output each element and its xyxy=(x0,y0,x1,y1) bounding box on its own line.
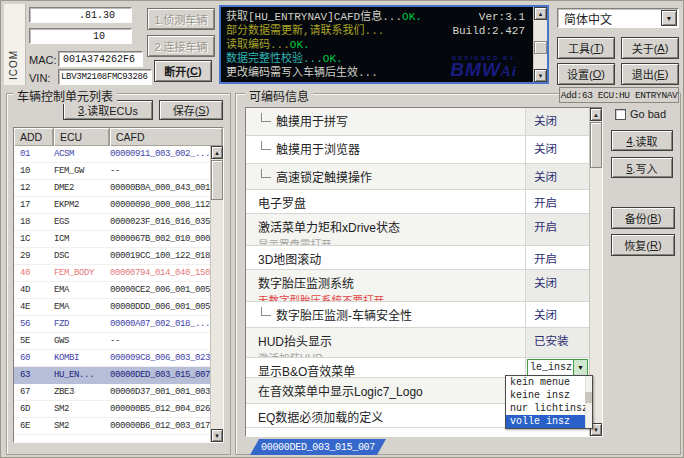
go-bad-checkbox[interactable]: Go bad xyxy=(615,108,666,120)
bmw-watermark: DESIGNED BY BMWAi xyxy=(450,55,517,80)
table-row[interactable]: 5EGWS-- xyxy=(14,333,210,350)
scrollbar-thumb[interactable] xyxy=(590,122,602,168)
cell-cafd: -- xyxy=(110,336,210,346)
coding-row[interactable]: 数字胎压监测系统无数字型胎压系统不要打开关闭 xyxy=(246,270,589,302)
coding-row[interactable]: 数字胎压监测-车辆安全性关闭 xyxy=(246,302,589,328)
about-button[interactable]: 关于(A) xyxy=(621,37,679,59)
tools-button[interactable]: 工具(T) xyxy=(557,37,615,59)
combobox-arrow-icon[interactable]: ▼ xyxy=(573,360,587,375)
column-header-cafd[interactable]: CAFD xyxy=(110,128,223,146)
ecu-table-header: ADD ECU CAFD xyxy=(14,128,223,146)
scroll-up-icon[interactable]: ▲ xyxy=(590,108,602,121)
write-coding-button[interactable]: 5.写入 xyxy=(611,157,673,178)
coding-value: 开启 xyxy=(534,197,557,209)
coding-name-cell: 在音效菜单中显示Logic7_Logo xyxy=(246,378,525,403)
dropdown-options: kein menuekeine insznur lichtinszvolle i… xyxy=(506,376,592,428)
scrollbar-thumb[interactable] xyxy=(534,41,547,54)
coding-row[interactable]: HUD抬头显示激活加装HUD已安装 xyxy=(246,328,589,358)
coding-title: 可编码信息 xyxy=(245,87,313,104)
scrollbar-thumb[interactable] xyxy=(585,392,592,403)
table-row[interactable]: 18EGS0000023F_016_016_035 xyxy=(14,214,210,231)
watermark-suffix: Ai xyxy=(501,63,517,79)
coding-name-cell: EQ数据必须加载的定义 xyxy=(246,404,525,427)
port-field[interactable] xyxy=(29,28,132,44)
ip-field[interactable] xyxy=(29,7,132,23)
restore-button[interactable]: 恢复(R) xyxy=(611,234,675,256)
dropdown-scrollbar[interactable] xyxy=(585,376,592,428)
table-row[interactable]: 56FZD00000A07_002_018_... xyxy=(14,316,210,333)
table-row[interactable]: 6ESM2000000B6_012_003_017 xyxy=(14,418,210,435)
cell-ecu: ICM xyxy=(54,234,110,244)
table-row[interactable]: 4DEMA00000CE2_006_001_005 xyxy=(14,282,210,299)
save-button[interactable]: 保存(S) xyxy=(159,100,223,120)
backup-button[interactable]: 备份(B) xyxy=(611,207,675,229)
table-row[interactable]: 63HU_EN...00000DED_003_015_007 xyxy=(14,367,210,384)
coding-value: 关闭 xyxy=(534,115,557,127)
bo-menu-combobox[interactable]: le_insz▼ xyxy=(527,359,588,376)
exit-button[interactable]: 退出(E) xyxy=(621,63,679,85)
ecu-list-title: 车辆控制单元列表 xyxy=(13,87,117,104)
console-ok-text: OK. xyxy=(290,39,310,51)
cell-cafd: 00000DED_003_015_007 xyxy=(110,370,210,380)
language-select[interactable]: 简体中文 ▼ xyxy=(557,8,679,28)
vin-field[interactable] xyxy=(58,69,152,85)
table-row[interactable]: 10FEM_GW-- xyxy=(14,163,210,180)
checkbox-icon[interactable] xyxy=(615,109,626,120)
cell-add: 18 xyxy=(14,217,54,227)
cell-add: 60 xyxy=(14,353,54,363)
table-row[interactable]: 67ZBE300000D37_001_001_003 xyxy=(14,384,210,401)
table-row[interactable]: 29DSC000019CC_100_122_018 xyxy=(14,248,210,265)
coding-value-cell: 关闭 xyxy=(525,108,589,135)
table-row[interactable]: 60KOMBI000009C8_006_003_023 xyxy=(14,350,210,367)
table-row[interactable]: 6DSM2000000B5_012_004_026 xyxy=(14,401,210,418)
read-coding-button[interactable]: 4.读取 xyxy=(611,130,673,151)
table-row[interactable]: 4EEMA00000DDD_006_001_005 xyxy=(14,299,210,316)
scroll-down-icon[interactable]: ▼ xyxy=(534,69,547,82)
ecu-table-scrollbar[interactable]: ▲ ▼ xyxy=(210,146,223,442)
coding-row[interactable]: 触摸用于拼写关闭 xyxy=(246,108,589,136)
dropdown-option[interactable]: kein menue xyxy=(506,376,585,389)
table-row[interactable]: 01ACSM00000911_003_002_... xyxy=(14,146,210,163)
cell-cafd: 00000A07_002_018_... xyxy=(110,319,210,329)
dropdown-option[interactable]: nur lichtinsz xyxy=(506,402,585,415)
cell-cafd: 0000023F_016_016_035 xyxy=(110,217,210,227)
ecu-address-header: Add:63 ECU:HU ENTRYNAV xyxy=(559,87,679,103)
scroll-down-icon[interactable]: ▼ xyxy=(211,429,223,442)
language-value: 简体中文 xyxy=(558,10,661,27)
cell-cafd: 000019CC_100_122_018 xyxy=(110,251,210,261)
combobox-dropdown: kein menuekeine insznur lichtinszvolle i… xyxy=(505,375,593,429)
coding-row[interactable]: 触摸用于浏览器关闭 xyxy=(246,136,589,164)
scrollbar-thumb[interactable] xyxy=(211,160,223,200)
console-ok-text: OK. xyxy=(402,11,422,23)
disconnect-button[interactable]: 断开(C) xyxy=(154,60,212,82)
cell-cafd: 00000DDD_006_001_005 xyxy=(110,302,210,312)
console-line: 读取编码...OK. xyxy=(226,38,529,52)
column-header-ecu[interactable]: ECU xyxy=(54,128,110,146)
coding-row[interactable]: 高速锁定触摸操作关闭 xyxy=(246,164,589,190)
coding-row[interactable]: 3D地图滚动开启 xyxy=(246,246,589,270)
console-version: Ver:3.1 xyxy=(479,11,525,23)
coding-row[interactable]: 激活菜单力矩和xDrive状态显示罗盘需打开开启 xyxy=(246,214,589,246)
table-row[interactable]: 12DME200000B0A_000_043_001 xyxy=(14,180,210,197)
coding-row[interactable]: 电子罗盘开启 xyxy=(246,190,589,214)
chevron-down-icon[interactable]: ▼ xyxy=(661,10,677,26)
cell-ecu: DSC xyxy=(54,251,110,261)
mac-field[interactable] xyxy=(58,51,143,67)
scroll-up-icon[interactable]: ▲ xyxy=(534,7,547,20)
settings-button[interactable]: 设置(O) xyxy=(557,63,615,85)
scroll-up-icon[interactable]: ▲ xyxy=(211,146,223,159)
console-scrollbar[interactable]: ▲ ▼ xyxy=(533,7,547,82)
column-header-add[interactable]: ADD xyxy=(14,128,54,146)
table-row[interactable]: 40FEM_BODY00000794_014_040_150 xyxy=(14,265,210,282)
table-row[interactable]: 17EKPM200000098_000_008_112 xyxy=(14,197,210,214)
cell-add: 67 xyxy=(14,387,54,397)
console-ok-text: OK. xyxy=(323,53,343,65)
coding-name-cell: 数字胎压监测-车辆安全性 xyxy=(246,302,525,327)
dropdown-option[interactable]: keine insz xyxy=(506,389,585,402)
dropdown-option[interactable]: volle insz xyxy=(506,415,585,428)
table-row[interactable]: 1CICM0000067B_002_010_000 xyxy=(14,231,210,248)
coding-item-note: 激活加装HUD xyxy=(258,350,521,357)
coding-name-cell: 3D地图滚动 xyxy=(246,246,525,269)
coding-item-label: 3D地图滚动 xyxy=(258,250,521,267)
cafd-tab[interactable]: 00000DED_003_015_007 xyxy=(250,439,386,455)
